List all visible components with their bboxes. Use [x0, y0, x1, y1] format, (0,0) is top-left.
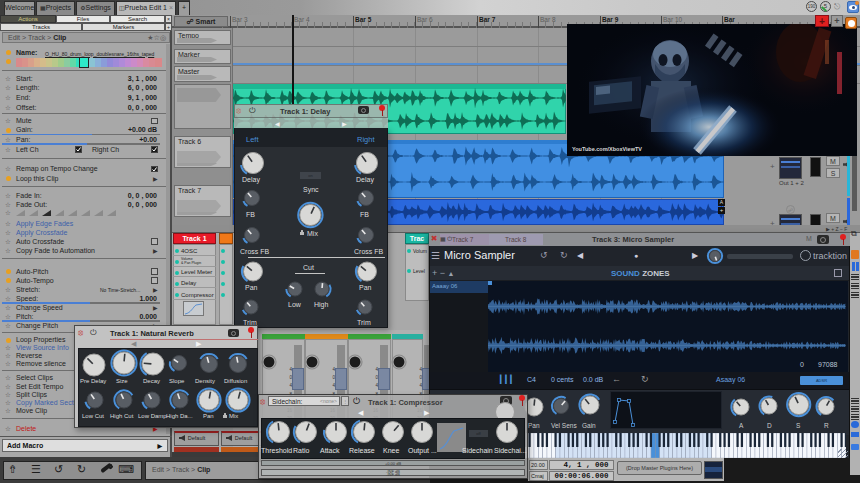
- svg-text:YouTube.com/XboxViewTV: YouTube.com/XboxViewTV: [572, 146, 642, 152]
